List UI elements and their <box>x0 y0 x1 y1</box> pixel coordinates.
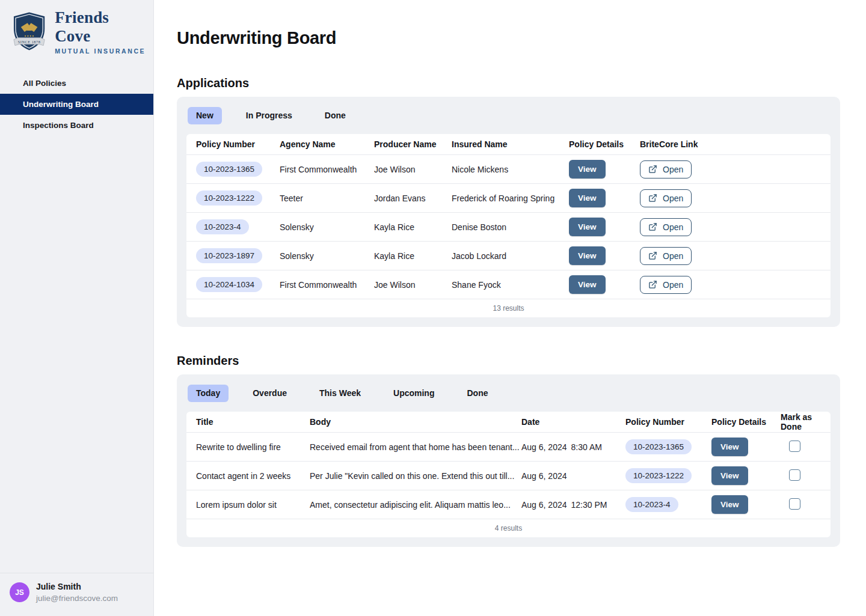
britecore-open-button[interactable]: Open <box>640 160 692 178</box>
applications-tab-in-progress[interactable]: In Progress <box>238 107 301 124</box>
sidebar-item-all-policies[interactable]: All Policies <box>0 73 153 94</box>
applications-heading: Applications <box>177 76 840 90</box>
column-header-mark-as-done: Mark as Done <box>781 412 821 432</box>
reminder-date: Aug 6, 2024 <box>521 500 567 510</box>
column-header-policy-details: Policy Details <box>569 139 640 149</box>
main-content: Underwriting Board Applications NewIn Pr… <box>154 0 866 616</box>
reminders-tab-today[interactable]: Today <box>188 385 229 402</box>
reminders-panel: TodayOverdueThis WeekUpcomingDone TitleB… <box>177 374 840 547</box>
view-policy-details-button[interactable]: View <box>569 189 606 207</box>
policy-number-badge: 10-2023-1897 <box>196 248 262 263</box>
open-button-label: Open <box>663 280 683 290</box>
sidebar-item-inspections-board[interactable]: Inspections Board <box>0 115 153 136</box>
mark-as-done-checkbox[interactable] <box>789 498 800 510</box>
reminder-row: Contact agent in 2 weeks Per Julie "Kevi… <box>186 462 831 490</box>
reminder-row: Rewrite to dwelling fire Received email … <box>186 433 831 462</box>
application-row: 10-2023-4 Solensky Kayla Rice Denise Bos… <box>186 213 831 242</box>
insured-name-cell: Shane Fyock <box>452 280 569 290</box>
applications-tabs: NewIn ProgressDone <box>188 107 831 124</box>
reminders-tab-overdue[interactable]: Overdue <box>244 385 295 402</box>
column-header-agency-name: Agency Name <box>280 139 374 149</box>
application-row: 10-2023-1222 Teeter Jordan Evans Frederi… <box>186 184 831 213</box>
reminder-body-cell: Per Julie "Kevin called on this one. Ext… <box>310 471 521 481</box>
producer-name-cell: Kayla Rice <box>374 251 452 261</box>
insured-name-cell: Frederick of Roaring Spring <box>452 194 569 203</box>
column-header-policy-number: Policy Number <box>625 417 711 427</box>
reminders-tab-this-week[interactable]: This Week <box>311 385 369 402</box>
open-button-label: Open <box>663 194 683 203</box>
svg-text:SINCE 1878: SINCE 1878 <box>18 40 41 44</box>
policy-number-badge: 10-2024-1034 <box>196 277 262 292</box>
agency-name-cell: First Commonwealth <box>280 280 374 290</box>
view-policy-details-button[interactable]: View <box>569 275 606 294</box>
applications-tab-new[interactable]: New <box>188 107 222 124</box>
reminders-tab-upcoming[interactable]: Upcoming <box>385 385 443 402</box>
applications-table: Policy NumberAgency NameProducer NameIns… <box>186 134 831 317</box>
reminders-table: TitleBodyDatePolicy NumberPolicy Details… <box>186 412 831 537</box>
policy-number-badge: 10-2023-4 <box>196 219 249 234</box>
agency-name-cell: Teeter <box>280 194 374 203</box>
column-header-title: Title <box>196 417 310 427</box>
applications-results-count: 13 results <box>186 299 831 317</box>
company-logo: SINCE 1878 Friends Cove MUTUAL INSURANCE <box>0 0 153 55</box>
external-link-icon <box>648 280 657 289</box>
column-header-body: Body <box>310 417 521 427</box>
user-profile[interactable]: JS Julie Smith julie@friendscove.com <box>0 573 153 616</box>
agency-name-cell: First Commonwealth <box>280 165 374 174</box>
company-logo-shield-icon: SINCE 1878 <box>12 11 46 52</box>
insured-name-cell: Denise Boston <box>452 222 569 232</box>
view-policy-details-button[interactable]: View <box>711 466 748 485</box>
sidebar: SINCE 1878 Friends Cove MUTUAL INSURANCE… <box>0 0 154 616</box>
view-policy-details-button[interactable]: View <box>569 160 606 178</box>
reminder-date: Aug 6, 2024 <box>521 471 567 481</box>
reminders-tab-done[interactable]: Done <box>458 385 496 402</box>
application-row: 10-2023-1365 First Commonwealth Joe Wils… <box>186 155 831 184</box>
avatar: JS <box>10 582 29 602</box>
producer-name-cell: Jordan Evans <box>374 194 452 203</box>
britecore-open-button[interactable]: Open <box>640 218 692 236</box>
application-row: 10-2024-1034 First Commonwealth Joe Wils… <box>186 270 831 299</box>
external-link-icon <box>648 251 657 260</box>
reminder-title-cell: Lorem ipsum dolor sit <box>196 500 310 510</box>
application-row: 10-2023-1897 Solensky Kayla Rice Jacob L… <box>186 242 831 270</box>
view-policy-details-button[interactable]: View <box>569 246 606 265</box>
column-header-insured-name: Insured Name <box>452 139 569 149</box>
page-title: Underwriting Board <box>177 28 840 48</box>
insured-name-cell: Nicole Mickens <box>452 165 569 174</box>
reminder-title-cell: Rewrite to dwelling fire <box>196 442 310 452</box>
sidebar-spacer <box>0 136 153 573</box>
user-name: Julie Smith <box>36 582 118 591</box>
external-link-icon <box>648 194 657 203</box>
applications-table-header: Policy NumberAgency NameProducer NameIns… <box>186 134 831 155</box>
view-policy-details-button[interactable]: View <box>711 438 748 456</box>
mark-as-done-checkbox[interactable] <box>789 469 800 481</box>
policy-number-badge: 10-2023-1222 <box>196 191 262 206</box>
view-policy-details-button[interactable]: View <box>569 218 606 236</box>
applications-section: Applications NewIn ProgressDone Policy N… <box>177 76 840 327</box>
company-name: Friends Cove <box>55 8 147 46</box>
britecore-open-button[interactable]: Open <box>640 276 692 294</box>
view-policy-details-button[interactable]: View <box>711 495 748 514</box>
mark-as-done-checkbox[interactable] <box>789 441 800 452</box>
open-button-label: Open <box>663 222 683 232</box>
reminders-results-count: 4 results <box>186 519 831 537</box>
user-email: julie@friendscove.com <box>36 594 118 603</box>
reminders-tabs: TodayOverdueThis WeekUpcomingDone <box>188 385 831 402</box>
reminder-body-cell: Amet, consectetur adipiscing elit. Aliqu… <box>310 500 521 510</box>
policy-number-badge: 10-2023-1222 <box>625 468 692 483</box>
column-header-producer-name: Producer Name <box>374 139 452 149</box>
since-banner: SINCE 1878 <box>14 38 45 46</box>
reminder-row: Lorem ipsum dolor sit Amet, consectetur … <box>186 490 831 519</box>
reminder-time: 12:30 PM <box>571 500 607 510</box>
britecore-open-button[interactable]: Open <box>640 247 692 265</box>
applications-tab-done[interactable]: Done <box>316 107 354 124</box>
britecore-open-button[interactable]: Open <box>640 189 692 207</box>
reminder-time: 8:30 AM <box>571 442 602 452</box>
agency-name-cell: Solensky <box>280 251 374 261</box>
producer-name-cell: Kayla Rice <box>374 222 452 232</box>
open-button-label: Open <box>663 165 683 174</box>
external-link-icon <box>648 222 657 231</box>
policy-number-badge: 10-2023-1365 <box>625 439 692 454</box>
sidebar-item-underwriting-board[interactable]: Underwriting Board <box>0 94 153 115</box>
open-button-label: Open <box>663 251 683 261</box>
